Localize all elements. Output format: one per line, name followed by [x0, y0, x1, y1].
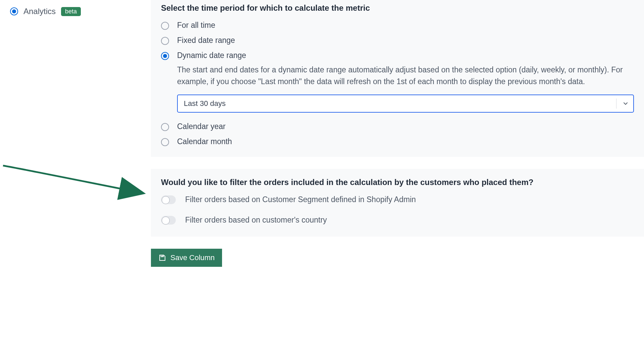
- filter-heading: Would you like to filter the orders incl…: [161, 178, 634, 187]
- select-value: Last 30 days: [178, 99, 616, 108]
- select-divider: [616, 99, 616, 109]
- radio-icon: [161, 37, 169, 45]
- dynamic-range-select[interactable]: Last 30 days: [177, 95, 634, 113]
- radio-icon: [161, 52, 169, 60]
- toggle-label: Filter orders based on Customer Segment …: [185, 195, 416, 204]
- radio-label: Calendar year: [177, 122, 225, 131]
- time-period-section: Select the time period for which to calc…: [151, 0, 644, 157]
- toggle-label: Filter orders based on customer's countr…: [185, 216, 327, 225]
- radio-icon: [161, 138, 169, 146]
- radio-label: Fixed date range: [177, 36, 235, 45]
- save-column-button[interactable]: Save Column: [151, 249, 222, 267]
- filter-section: Would you like to filter the orders incl…: [151, 169, 644, 237]
- toggle-row-country[interactable]: Filter orders based on customer's countr…: [161, 216, 634, 225]
- arrow-annotation-icon: [2, 164, 149, 204]
- sidebar-item-label: Analytics: [23, 7, 56, 16]
- toggle-row-segment[interactable]: Filter orders based on Customer Segment …: [161, 195, 634, 204]
- radio-option-calendar-month[interactable]: Calendar month: [161, 137, 634, 146]
- chevron-down-icon: [618, 100, 633, 107]
- sidebar-item-analytics[interactable]: Analytics beta: [10, 7, 141, 16]
- sidebar: Analytics beta: [0, 0, 151, 362]
- save-icon: [158, 254, 166, 262]
- radio-option-calendar-year[interactable]: Calendar year: [161, 122, 634, 131]
- svg-rect-1: [162, 255, 163, 256]
- toggle-switch[interactable]: [161, 216, 176, 225]
- beta-badge: beta: [61, 7, 81, 16]
- radio-label: Calendar month: [177, 137, 232, 146]
- radio-option-dynamic-range[interactable]: Dynamic date range The start and end dat…: [161, 51, 634, 113]
- radio-option-fixed-range[interactable]: Fixed date range: [161, 36, 634, 45]
- save-button-label: Save Column: [170, 253, 215, 262]
- radio-option-all-time[interactable]: For all time: [161, 21, 634, 30]
- radio-label: Dynamic date range: [177, 51, 246, 60]
- dynamic-range-help-text: The start and end dates for a dynamic da…: [177, 64, 634, 87]
- toggle-switch[interactable]: [161, 195, 176, 204]
- main-content: Select the time period for which to calc…: [151, 0, 644, 362]
- radio-icon: [10, 7, 18, 15]
- time-period-heading: Select the time period for which to calc…: [161, 3, 634, 13]
- radio-icon: [161, 123, 169, 131]
- radio-label: For all time: [177, 21, 215, 30]
- radio-icon: [161, 22, 169, 30]
